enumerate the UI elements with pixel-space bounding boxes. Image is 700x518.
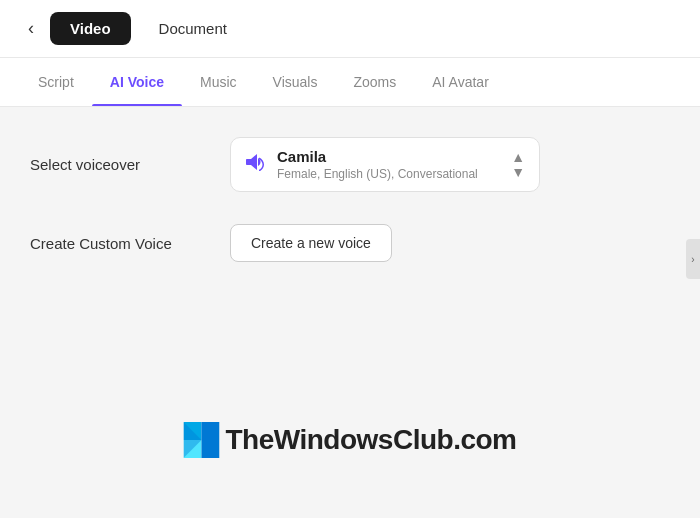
tab-script[interactable]: Script <box>20 58 92 106</box>
voice-name: Camila <box>277 148 499 165</box>
main-content: Select voiceover Camila Female, English … <box>0 107 700 515</box>
back-button[interactable]: ‹ <box>20 14 42 43</box>
nav-tabs-bar: Script AI Voice Music Visuals Zooms AI A… <box>0 58 700 107</box>
chevron-updown-icon: ▲ ▼ <box>511 150 525 179</box>
video-tab-button[interactable]: Video <box>50 12 131 45</box>
tab-visuals[interactable]: Visuals <box>255 58 336 106</box>
speaker-icon <box>245 153 265 176</box>
create-new-voice-button[interactable]: Create a new voice <box>230 224 392 262</box>
voice-info: Camila Female, English (US), Conversatio… <box>277 148 499 181</box>
scroll-handle-arrow-icon: › <box>691 254 694 265</box>
top-bar: ‹ Video Document <box>0 0 700 58</box>
tab-zooms[interactable]: Zooms <box>335 58 414 106</box>
voiceover-label: Select voiceover <box>30 156 230 173</box>
tab-ai-avatar[interactable]: AI Avatar <box>414 58 507 106</box>
document-tab-button[interactable]: Document <box>139 12 247 45</box>
custom-voice-row: Create Custom Voice Create a new voice <box>30 224 670 262</box>
tab-ai-voice[interactable]: AI Voice <box>92 58 182 106</box>
scroll-handle[interactable]: › <box>686 239 700 279</box>
back-arrow-icon: ‹ <box>28 18 34 39</box>
voice-desc: Female, English (US), Conversational <box>277 167 499 181</box>
voiceover-row: Select voiceover Camila Female, English … <box>30 137 670 192</box>
custom-voice-label: Create Custom Voice <box>30 235 230 252</box>
voiceover-dropdown[interactable]: Camila Female, English (US), Conversatio… <box>230 137 540 192</box>
tab-music[interactable]: Music <box>182 58 255 106</box>
